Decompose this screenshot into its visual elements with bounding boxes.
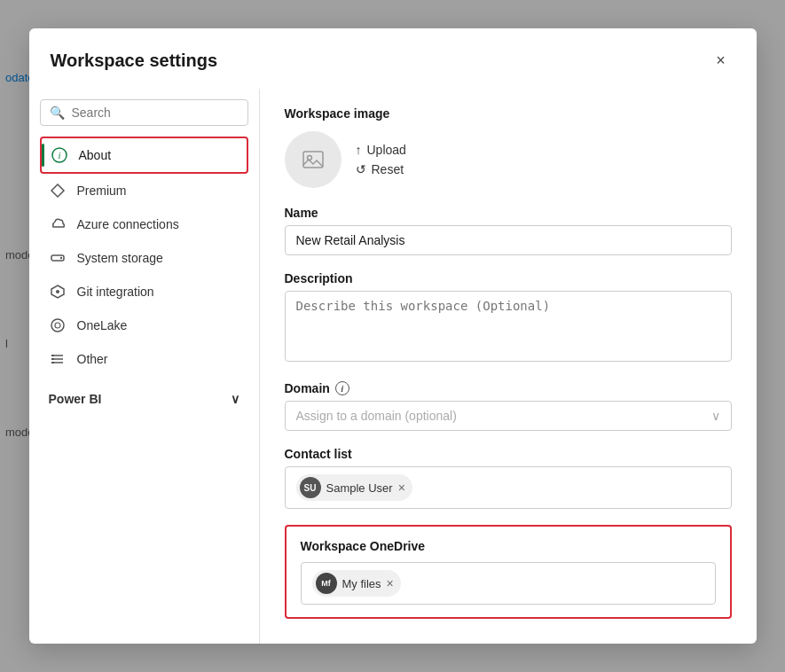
description-group: Description: [285, 271, 732, 365]
modal-title: Workspace settings: [51, 51, 218, 71]
sidebar-item-storage-label: System storage: [77, 251, 163, 265]
contact-chip-remove[interactable]: ×: [398, 481, 405, 494]
onedrive-box[interactable]: Mf My files ×: [301, 562, 716, 605]
contact-chip-label: Sample User: [326, 481, 393, 495]
onedrive-section: Workspace OneDrive Mf My files ×: [285, 525, 732, 619]
other-icon: [49, 350, 67, 368]
git-icon: [49, 283, 67, 301]
sidebar-item-about-label: About: [79, 148, 112, 162]
upload-label: Upload: [367, 143, 406, 157]
contact-chip-sample-user: SU Sample User ×: [296, 474, 412, 501]
azure-icon: [49, 215, 67, 233]
sidebar-item-storage[interactable]: System storage: [40, 241, 248, 275]
image-actions: ↑ Upload ↺ Reset: [356, 143, 406, 176]
sidebar-item-azure-label: Azure connections: [77, 217, 179, 231]
svg-rect-14: [303, 152, 323, 168]
sidebar-item-git[interactable]: Git integration: [40, 275, 248, 309]
power-bi-label: Power BI: [49, 392, 102, 406]
power-bi-section[interactable]: Power BI ∨: [40, 383, 248, 411]
modal-body: 🔍 i About: [29, 89, 757, 644]
workspace-image-placeholder: [285, 131, 341, 188]
description-label: Description: [285, 271, 732, 285]
domain-chevron-icon: ∨: [711, 409, 720, 423]
domain-placeholder: Assign to a domain (optional): [296, 409, 457, 423]
sidebar-item-azure[interactable]: Azure connections: [40, 207, 248, 241]
contact-list-group: Contact list SU Sample User ×: [285, 447, 732, 509]
svg-point-7: [55, 323, 60, 328]
svg-text:i: i: [58, 150, 60, 160]
svg-rect-12: [51, 358, 54, 360]
domain-group: Domain i Assign to a domain (optional) ∨: [285, 381, 732, 431]
storage-icon: [49, 249, 67, 267]
upload-button[interactable]: ↑ Upload: [356, 143, 406, 157]
workspace-image-title: Workspace image: [285, 106, 732, 121]
contact-list-box[interactable]: SU Sample User ×: [285, 466, 732, 509]
close-button[interactable]: ×: [707, 46, 735, 74]
upload-icon: ↑: [356, 143, 362, 157]
sidebar-item-other[interactable]: Other: [40, 342, 248, 376]
domain-label: Domain i: [285, 381, 732, 395]
domain-select[interactable]: Assign to a domain (optional) ∨: [285, 401, 732, 431]
search-input[interactable]: [72, 105, 239, 120]
contact-avatar: SU: [300, 477, 321, 498]
svg-point-3: [59, 257, 61, 259]
svg-point-6: [51, 319, 64, 332]
search-box[interactable]: 🔍: [40, 99, 248, 126]
onelake-icon: [49, 316, 67, 334]
sidebar-item-git-label: Git integration: [77, 285, 154, 299]
content-area: Workspace image ↑ Uplo: [260, 89, 757, 644]
onedrive-chip-myfiles: Mf My files ×: [312, 570, 401, 597]
sidebar-item-other-label: Other: [77, 352, 108, 366]
svg-point-5: [56, 290, 59, 293]
reset-button[interactable]: ↺ Reset: [356, 162, 406, 176]
svg-rect-13: [51, 362, 54, 363]
name-input[interactable]: [285, 225, 732, 255]
workspace-settings-dialog: Workspace settings × 🔍: [29, 28, 757, 644]
sidebar-item-onelake[interactable]: OneLake: [40, 309, 248, 342]
description-input[interactable]: [285, 291, 732, 362]
onedrive-chip-remove[interactable]: ×: [387, 577, 394, 590]
power-bi-chevron-icon: ∨: [231, 392, 239, 406]
search-icon: 🔍: [50, 105, 65, 120]
sidebar-item-premium-label: Premium: [77, 184, 127, 198]
premium-icon: [49, 182, 67, 199]
about-icon: i: [51, 146, 68, 164]
reset-icon: ↺: [356, 162, 366, 176]
modal-header: Workspace settings ×: [29, 28, 757, 89]
onedrive-chip-label: My files: [342, 577, 381, 590]
contact-list-label: Contact list: [285, 447, 732, 461]
image-icon: [301, 147, 326, 172]
domain-info-icon: i: [335, 381, 349, 395]
sidebar-item-premium[interactable]: Premium: [40, 174, 248, 207]
sidebar-item-onelake-label: OneLake: [77, 318, 128, 332]
image-section: ↑ Upload ↺ Reset: [285, 131, 732, 188]
svg-rect-11: [51, 355, 54, 356]
sidebar: 🔍 i About: [29, 89, 260, 644]
reset-label: Reset: [372, 162, 404, 176]
sidebar-item-about[interactable]: i About: [40, 137, 248, 174]
onedrive-title: Workspace OneDrive: [301, 539, 716, 553]
onedrive-avatar: Mf: [316, 573, 337, 594]
name-label: Name: [285, 206, 732, 220]
name-group: Name: [285, 206, 732, 255]
